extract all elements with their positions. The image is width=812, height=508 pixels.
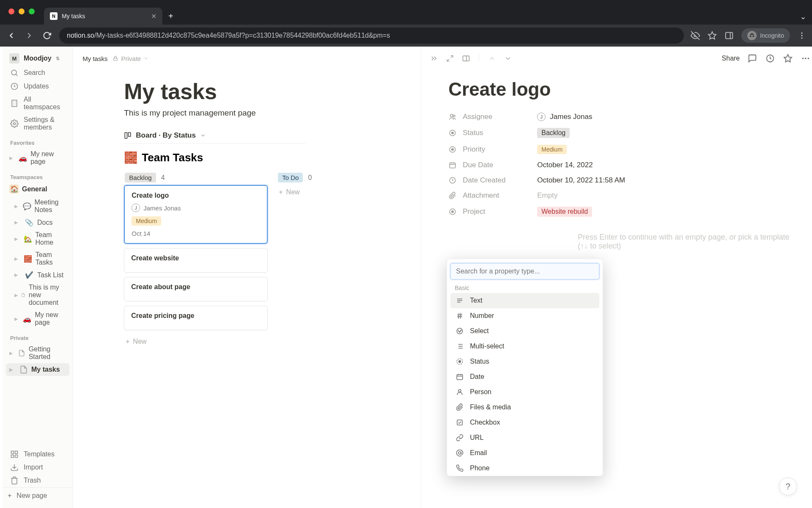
col-header-todo[interactable]: To Do 0	[277, 170, 421, 185]
property-row[interactable]: Date CreatedOctober 10, 2022 11:58 AM	[448, 173, 793, 188]
sidebar-search[interactable]: Search	[6, 66, 69, 79]
next-record-icon[interactable]	[503, 53, 513, 64]
browser-reload-button[interactable]	[41, 30, 52, 41]
window-close-button[interactable]	[8, 8, 14, 14]
window-maximize-button[interactable]	[29, 8, 35, 14]
sidebar-page-item[interactable]: ▶✔️Task List	[6, 269, 69, 281]
property-value[interactable]: Website rebuild	[537, 207, 592, 217]
caret-icon[interactable]: ▶	[14, 256, 20, 262]
property-type-option[interactable]: Checkbox	[450, 415, 599, 430]
browser-address-bar[interactable]: notion.so/My-tasks-e6f34988812d420c875c9…	[59, 28, 684, 44]
sidebar-favorite-item[interactable]: ▶ 🚗 My new page	[6, 148, 69, 168]
property-value[interactable]: October 14, 2022	[537, 161, 593, 169]
workspace-switcher[interactable]: M Moodjoy ⇅	[5, 51, 70, 66]
property-value[interactable]: October 10, 2022 11:58 AM	[537, 176, 625, 185]
browser-forward-button[interactable]	[24, 30, 35, 41]
add-card-button[interactable]: + New	[277, 185, 421, 199]
tab-close-icon[interactable]: ✕	[151, 12, 156, 20]
teamspace-root[interactable]: 🏠 General	[6, 182, 69, 196]
property-label[interactable]: Project	[448, 207, 537, 216]
property-type-option[interactable]: Number	[450, 308, 599, 323]
board-card[interactable]: Create logoJJames JonasMediumOct 14	[124, 185, 268, 244]
browser-menu-icon[interactable]	[798, 31, 806, 40]
property-type-option[interactable]: Person	[450, 384, 599, 400]
property-label[interactable]: Attachment	[448, 191, 537, 200]
property-label[interactable]: Due Date	[448, 161, 537, 169]
property-type-option[interactable]: Text	[450, 293, 599, 308]
eye-off-icon[interactable]	[691, 31, 700, 40]
sidebar-templates[interactable]: Templates	[6, 448, 69, 461]
sidebar-page-item[interactable]: ▶🏡Team Home	[6, 229, 69, 248]
peek-close-icon[interactable]	[429, 53, 439, 64]
property-type-option[interactable]: Files & media	[450, 400, 599, 415]
property-value[interactable]: JJames Jonas	[537, 113, 592, 121]
sidebar-teamspaces[interactable]: All teamspaces	[6, 94, 69, 113]
property-row[interactable]: PriorityMedium	[448, 141, 793, 157]
property-value[interactable]: Medium	[537, 145, 567, 154]
tab-overflow-button[interactable]	[800, 15, 806, 25]
sidebar-private-item[interactable]: ▶Getting Started	[6, 343, 69, 363]
sidebar-page-item[interactable]: ▶🧱Team Tasks	[6, 249, 69, 268]
browser-tab[interactable]: N My tasks ✕	[44, 8, 162, 25]
page-title[interactable]: My tasks	[124, 79, 421, 104]
board-card[interactable]: Create about page	[124, 277, 268, 301]
property-type-option[interactable]: Email	[450, 445, 599, 461]
clock-icon[interactable]	[765, 53, 775, 64]
add-card-button[interactable]: + New	[124, 334, 268, 349]
property-type-option[interactable]: URL	[450, 430, 599, 445]
property-label[interactable]: Date Created	[448, 176, 537, 185]
sidebar-page-item[interactable]: ▶💬Meeting Notes	[6, 196, 69, 216]
sidebar-import[interactable]: Import	[6, 461, 69, 474]
caret-icon[interactable]: ▶	[14, 272, 21, 278]
breadcrumb-root[interactable]: My tasks	[82, 55, 107, 62]
database-title[interactable]: 🧱 Team Tasks	[124, 151, 421, 164]
sidebar-page-item[interactable]: ▶📎Docs	[6, 216, 69, 229]
property-row[interactable]: AssigneeJJames Jonas	[448, 109, 793, 124]
star-icon[interactable]	[708, 31, 717, 40]
sidebar-new-page[interactable]: + New page	[3, 487, 73, 504]
property-label[interactable]: Status	[448, 129, 537, 137]
sidebar-page-item[interactable]: ▶This is my new document	[6, 282, 69, 309]
property-search-input[interactable]	[450, 263, 599, 279]
editor-placeholder[interactable]: Press Enter to continue with an empty pa…	[448, 233, 793, 251]
more-icon[interactable]	[801, 53, 809, 64]
sidebar-page-item[interactable]: ▶🚗My new page	[6, 309, 69, 329]
caret-icon[interactable]: ▶	[9, 155, 15, 161]
panel-icon[interactable]	[724, 31, 734, 40]
star-icon[interactable]	[783, 53, 793, 64]
property-label[interactable]: Assignee	[448, 113, 537, 121]
breadcrumb-private[interactable]: Private	[112, 55, 148, 62]
board-card[interactable]: Create website	[124, 248, 268, 273]
property-type-option[interactable]: Status	[450, 354, 599, 369]
comments-icon[interactable]	[747, 53, 757, 64]
page-description[interactable]: This is my project management page	[124, 108, 421, 118]
caret-icon[interactable]: ▶	[14, 316, 19, 322]
sidebar-trash[interactable]: Trash	[6, 474, 69, 487]
window-minimize-button[interactable]	[19, 8, 25, 14]
peek-mode-icon[interactable]	[461, 53, 471, 64]
share-button[interactable]: Share	[722, 55, 740, 62]
help-button[interactable]: ?	[779, 478, 797, 495]
incognito-badge[interactable]: Incognito	[741, 28, 790, 43]
property-type-option[interactable]: Date	[450, 369, 599, 384]
prev-record-icon[interactable]	[487, 53, 497, 64]
property-value[interactable]: Empty	[537, 191, 557, 200]
view-switcher[interactable]: Board · By Status	[124, 128, 306, 144]
record-title[interactable]: Create logo	[448, 79, 793, 100]
new-tab-button[interactable]: +	[162, 11, 179, 25]
caret-icon[interactable]: ▶	[14, 220, 21, 225]
caret-icon[interactable]: ▶	[14, 293, 18, 298]
property-type-option[interactable]: Multi-select	[450, 339, 599, 354]
caret-icon[interactable]: ▶	[9, 367, 16, 373]
property-row[interactable]: AttachmentEmpty	[448, 188, 793, 203]
caret-icon[interactable]: ▶	[14, 236, 20, 242]
property-row[interactable]: Due DateOctober 14, 2022	[448, 157, 793, 173]
expand-icon[interactable]	[445, 53, 455, 64]
property-row[interactable]: ProjectWebsite rebuild	[448, 203, 793, 220]
sidebar-private-item[interactable]: ▶My tasks	[6, 363, 69, 376]
caret-icon[interactable]: ▶	[9, 351, 15, 356]
property-type-option[interactable]: Phone	[450, 461, 599, 476]
property-type-option[interactable]: Select	[450, 323, 599, 339]
board-card[interactable]: Create pricing page	[124, 306, 268, 330]
property-value[interactable]: Backlog	[537, 128, 570, 138]
